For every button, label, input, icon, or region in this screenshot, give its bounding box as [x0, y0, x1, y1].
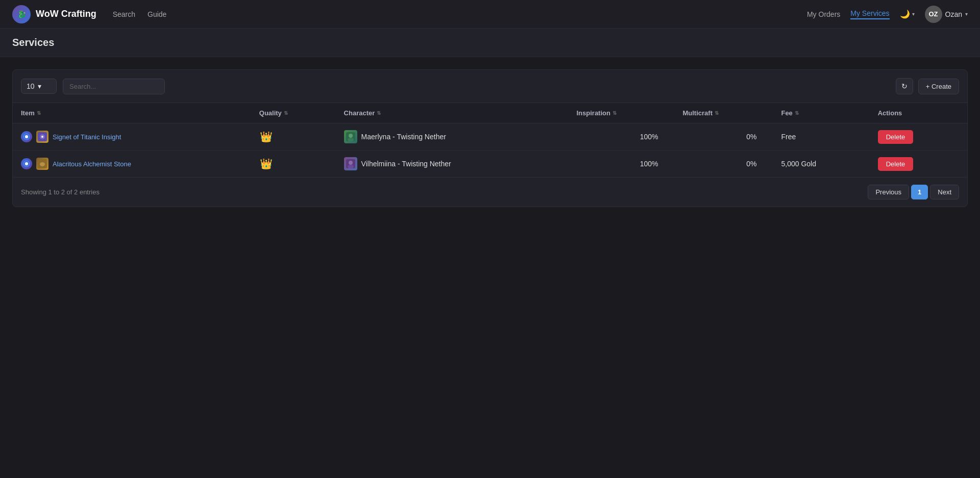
col-multicraft-sortable[interactable]: Multicraft ⇅: [682, 109, 765, 117]
table-body: Signet of Titanic Insight 👑: [13, 123, 967, 178]
row1-char-name: Maerlyna - Twisting Nether: [361, 133, 446, 141]
sort-icon-item: ⇅: [37, 111, 41, 116]
row1-item-link[interactable]: Signet of Titanic Insight: [53, 133, 121, 141]
row1-status-icon: [21, 131, 32, 142]
col-character-sortable[interactable]: Character ⇅: [344, 109, 560, 117]
sort-icon-quality: ⇅: [284, 111, 288, 116]
create-button[interactable]: + Create: [918, 79, 959, 94]
svg-point-9: [25, 162, 28, 165]
col-fee-sortable[interactable]: Fee ⇅: [781, 109, 861, 117]
moon-icon: 🌙: [900, 9, 910, 19]
row1-item-thumb: [36, 131, 48, 143]
table-header: Item ⇅ Quality ⇅ Character ⇅: [13, 103, 967, 123]
services-table: Item ⇅ Quality ⇅ Character ⇅: [13, 103, 967, 177]
user-dropdown-arrow: ▾: [965, 11, 968, 17]
col-fee: Fee ⇅: [773, 103, 869, 123]
row1-fee: Free: [773, 123, 869, 150]
svg-point-4: [41, 136, 43, 138]
brand-logo-icon: 🐉: [12, 5, 31, 23]
row1-inspiration: 100%: [569, 123, 675, 150]
col-item: Item ⇅: [13, 103, 251, 123]
row2-delete-button[interactable]: Delete: [878, 157, 914, 171]
row2-char-icon: [344, 157, 357, 170]
row2-fee: 5,000 Gold: [773, 150, 869, 178]
row1-actions: Delete: [870, 123, 967, 150]
row1-delete-button[interactable]: Delete: [878, 130, 914, 144]
col-multicraft: Multicraft ⇅: [674, 103, 773, 123]
nav-my-orders[interactable]: My Orders: [807, 10, 840, 18]
row1-item-cell: Signet of Titanic Insight: [13, 123, 251, 150]
main-content: 10 ▾ ↻ + Create Item ⇅: [0, 57, 980, 219]
col-character: Character ⇅: [336, 103, 569, 123]
brand-link[interactable]: 🐉 WoW Crafting: [12, 5, 96, 23]
nav-links: Search Guide: [113, 10, 791, 18]
nav-my-services[interactable]: My Services: [850, 9, 889, 19]
nav-search[interactable]: Search: [113, 10, 135, 18]
sort-icon-multicraft: ⇅: [715, 111, 719, 116]
svg-point-11: [40, 162, 45, 166]
col-item-sortable[interactable]: Item ⇅: [21, 109, 243, 117]
row2-char-cell: Vilhelmiina - Twisting Nether: [336, 150, 569, 178]
row1-quality-icon: 👑: [259, 130, 274, 144]
row1-multicraft: 0%: [674, 123, 773, 150]
col-quality: Quality ⇅: [251, 103, 336, 123]
table-row: Alacritous Alchemist Stone 👑: [13, 150, 967, 178]
svg-point-6: [349, 134, 353, 138]
table-controls: 10 ▾ ↻ + Create: [13, 70, 967, 103]
row2-actions: Delete: [870, 150, 967, 178]
svg-point-14: [349, 161, 353, 165]
page-header: Services: [0, 29, 980, 57]
col-quality-sortable[interactable]: Quality ⇅: [259, 109, 328, 117]
row1-char-icon: [344, 130, 357, 143]
table-row: Signet of Titanic Insight 👑: [13, 123, 967, 150]
refresh-button[interactable]: ↻: [896, 78, 913, 94]
avatar: OZ: [925, 6, 942, 23]
row2-status-icon: [21, 158, 32, 169]
theme-dropdown-arrow: ▾: [912, 11, 915, 17]
next-page-button[interactable]: Next: [930, 185, 959, 199]
theme-toggle[interactable]: 🌙 ▾: [900, 9, 915, 19]
table-actions: ↻ + Create: [896, 78, 959, 94]
row2-char-name: Vilhelmiina - Twisting Nether: [361, 160, 451, 168]
table-footer: Showing 1 to 2 of 2 entries Previous 1 N…: [13, 177, 967, 207]
row2-multicraft: 0%: [674, 150, 773, 178]
sort-icon-inspiration: ⇅: [612, 111, 617, 116]
user-menu[interactable]: OZ Ozan ▾: [925, 6, 968, 23]
brand-name: WoW Crafting: [36, 9, 96, 19]
search-input[interactable]: [63, 79, 165, 94]
col-inspiration-sortable[interactable]: Inspiration ⇅: [577, 109, 667, 117]
navbar: 🐉 WoW Crafting Search Guide My Orders My…: [0, 0, 980, 29]
page-size-value: 10: [27, 82, 35, 90]
svg-point-1: [25, 135, 28, 138]
user-name: Ozan: [945, 10, 962, 18]
row1-quality-cell: 👑: [251, 123, 336, 150]
row2-item-link[interactable]: Alacritous Alchemist Stone: [53, 160, 131, 168]
row2-item-cell: Alacritous Alchemist Stone: [13, 150, 251, 178]
row2-item-thumb: [36, 158, 48, 170]
entries-info: Showing 1 to 2 of 2 entries: [21, 188, 100, 196]
sort-icon-fee: ⇅: [795, 111, 799, 116]
page-size-select[interactable]: 10 ▾: [21, 79, 57, 94]
col-actions: Actions: [870, 103, 967, 123]
col-inspiration: Inspiration ⇅: [569, 103, 675, 123]
current-page-button[interactable]: 1: [911, 185, 928, 199]
row1-char-cell: Maerlyna - Twisting Nether: [336, 123, 569, 150]
pagination: Previous 1 Next: [868, 185, 959, 199]
page-size-arrow: ▾: [38, 82, 41, 90]
row2-quality-icon: 👑: [259, 157, 274, 171]
navbar-right: My Orders My Services 🌙 ▾ OZ Ozan ▾: [807, 6, 968, 23]
nav-guide[interactable]: Guide: [148, 10, 166, 18]
prev-page-button[interactable]: Previous: [868, 185, 909, 199]
page-title: Services: [12, 37, 968, 48]
row2-inspiration: 100%: [569, 150, 675, 178]
services-table-card: 10 ▾ ↻ + Create Item ⇅: [12, 69, 968, 207]
row2-quality-cell: 👑: [251, 150, 336, 178]
sort-icon-character: ⇅: [377, 111, 381, 116]
